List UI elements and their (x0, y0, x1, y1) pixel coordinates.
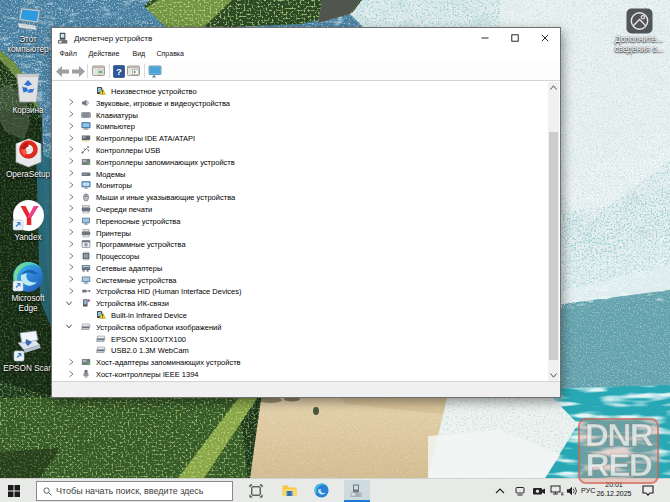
svg-text:?: ? (116, 66, 122, 77)
